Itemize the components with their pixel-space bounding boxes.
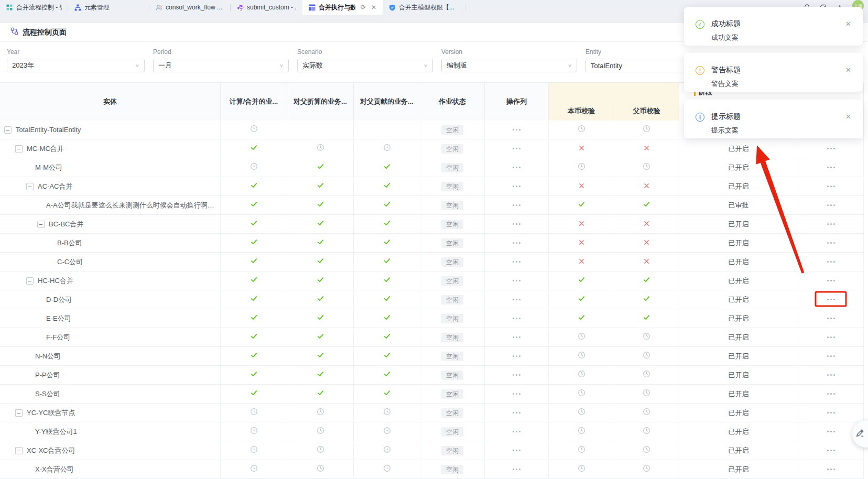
row-action-menu-button[interactable]: [825, 202, 837, 208]
action-cell: [798, 366, 864, 384]
operation-menu-button[interactable]: [511, 278, 523, 284]
operation-menu-button[interactable]: [511, 391, 523, 397]
flow-status-cell: 已开启: [679, 404, 798, 422]
collapse-toggle-icon[interactable]: [26, 183, 34, 190]
operation-menu-button[interactable]: [511, 372, 523, 378]
operation-menu-button[interactable]: [511, 315, 523, 321]
operation-menu-button[interactable]: [511, 240, 523, 246]
table-row: C-C公司空闲已开启: [0, 253, 864, 271]
operation-menu-button[interactable]: [511, 221, 523, 227]
entity-name: X-X合营公司: [35, 465, 74, 474]
filter-select-period[interactable]: 一月∨: [153, 59, 289, 72]
row-action-menu-button[interactable]: [825, 429, 837, 434]
operation-menu-button[interactable]: [511, 259, 523, 265]
operation-menu-button[interactable]: [511, 353, 523, 359]
clock-icon: [317, 464, 324, 474]
translate-to-parent-status: [287, 309, 354, 328]
filter-year: Year2023年∨: [7, 42, 145, 72]
parent-currency-check: [614, 328, 679, 346]
row-action-menu-button[interactable]: [825, 183, 837, 189]
toast-close-icon[interactable]: ✕: [845, 20, 851, 27]
entity-cell: BC-BC合并: [0, 215, 221, 233]
job-status-badge: 空闲: [441, 125, 463, 135]
operation-menu-button[interactable]: [511, 429, 523, 434]
entity-name: MC-MC合并: [27, 144, 64, 154]
job-status-badge: 空闲: [441, 163, 463, 172]
toast-close-icon[interactable]: ✕: [845, 67, 851, 73]
entity-name: M-M公司: [35, 163, 62, 172]
browser-tab-1[interactable]: 合并流程控制 - 编...: [0, 0, 68, 15]
calc-consolidate-status: [221, 290, 287, 309]
filter-select-version[interactable]: 编制版∨: [441, 59, 577, 72]
tab-close-icon[interactable]: ✕: [371, 4, 376, 11]
collapse-toggle-icon[interactable]: [15, 145, 23, 153]
column-header-2: 计算/合并的业...: [221, 83, 287, 121]
operation-cell: [485, 290, 549, 309]
row-action-menu-button[interactable]: [825, 372, 837, 378]
row-action-menu-button[interactable]: [825, 240, 837, 246]
column-header-3: 对父折算的业务...: [287, 83, 354, 121]
translate-to-parent-status: [287, 404, 354, 422]
entity-name: D-D公司: [46, 295, 72, 304]
parent-currency-check: [614, 271, 679, 290]
clock-icon: [250, 427, 258, 437]
collapse-toggle-icon[interactable]: [37, 221, 45, 228]
collapse-toggle-icon[interactable]: [15, 447, 23, 454]
operation-menu-button[interactable]: [511, 127, 523, 133]
row-action-menu-button[interactable]: [825, 165, 837, 170]
row-action-menu-button[interactable]: [825, 278, 837, 284]
operation-menu-button[interactable]: [511, 410, 523, 416]
browser-tab-5[interactable]: 合并执行与数...⟳✕: [302, 0, 383, 15]
row-action-menu-button[interactable]: [825, 466, 837, 472]
operation-menu-button[interactable]: [511, 146, 523, 151]
local-currency-check: [549, 158, 614, 177]
local-currency-check: [549, 253, 614, 271]
row-action-menu-button[interactable]: [825, 391, 837, 397]
browser-tab-4[interactable]: submit_custom - ...: [231, 0, 302, 15]
job-status-badge: 空闲: [441, 220, 463, 229]
contribute-to-parent-status: [354, 309, 420, 328]
table-row: M-M公司空闲已开启: [0, 158, 864, 177]
filter-period: Period一月∨: [153, 42, 289, 72]
filter-select-scenario[interactable]: 实际数∨: [297, 59, 433, 72]
operation-menu-button[interactable]: [511, 165, 523, 170]
operation-menu-button[interactable]: [511, 334, 523, 340]
job-status-cell: 空闲: [420, 215, 485, 233]
table-row: X-X合营公司空闲已开启: [0, 460, 864, 479]
row-action-menu-button[interactable]: [825, 410, 837, 416]
operation-menu-button[interactable]: [511, 297, 523, 302]
action-cell: [798, 215, 864, 233]
row-action-menu-button[interactable]: [825, 146, 837, 151]
collapse-toggle-icon[interactable]: [26, 277, 34, 285]
toast-close-icon[interactable]: ✕: [845, 113, 851, 120]
row-action-menu-button[interactable]: [825, 334, 837, 340]
row-action-menu-button[interactable]: [825, 259, 837, 265]
collapse-toggle-icon[interactable]: [15, 409, 23, 417]
row-action-menu-button[interactable]: [825, 353, 837, 359]
operation-cell: [485, 139, 549, 158]
clock-icon: [643, 332, 650, 342]
browser-tab-6[interactable]: 合并主模型权限【...: [383, 0, 465, 15]
row-action-menu-button[interactable]: [825, 297, 837, 302]
row-action-menu-button[interactable]: [825, 315, 837, 321]
contribute-to-parent-status: [354, 290, 420, 309]
collapse-toggle-icon[interactable]: [4, 126, 12, 134]
browser-tab-3[interactable]: consol_work_flow ...: [149, 0, 231, 15]
row-action-menu-button[interactable]: [825, 221, 837, 227]
clock-icon: [383, 408, 391, 418]
tab-refresh-icon[interactable]: ⟳: [361, 4, 366, 11]
operation-menu-button[interactable]: [511, 202, 523, 208]
flow-status-text: 已开启: [729, 276, 749, 286]
calc-consolidate-status: [221, 366, 287, 384]
filter-select-year[interactable]: 2023年∨: [7, 59, 145, 72]
operation-menu-button[interactable]: [511, 448, 523, 453]
job-status-cell: 空闲: [420, 347, 485, 365]
browser-tab-2[interactable]: 元素管理: [68, 0, 149, 15]
operation-menu-button[interactable]: [511, 183, 523, 189]
operation-menu-button[interactable]: [511, 466, 523, 472]
row-action-menu-button[interactable]: [825, 448, 837, 453]
check-icon: [317, 332, 324, 342]
toast-title: 提示标题: [711, 112, 741, 122]
table-body: TotalEntity-TotalEntity空闲MC-MC合并空闲已开启M-M…: [0, 121, 864, 479]
operation-cell: [485, 441, 549, 460]
